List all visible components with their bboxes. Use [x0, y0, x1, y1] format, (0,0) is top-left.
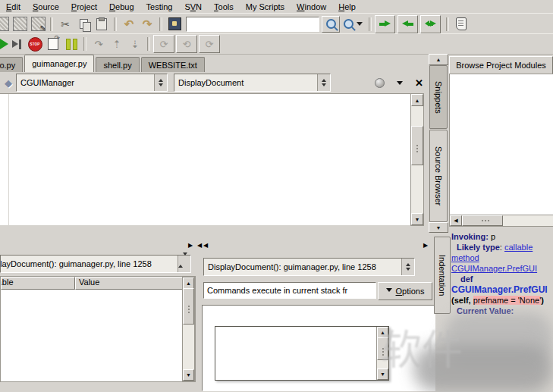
editor-tabbar: io.pyguimanager.pyshell.pyWEBSITE.txt	[0, 53, 425, 72]
commands-field[interactable]: Commands execute in current stack fr	[203, 282, 376, 299]
toolbar-debug: STOP ↷ ⇡ ⇣ ⟳ ⟲ ⟳	[0, 33, 553, 55]
likely-type-label: Likely type	[457, 243, 500, 252]
editor-tab-WEBSITE.txt[interactable]: WEBSITE.txt	[141, 57, 205, 72]
browse-project-modules-button[interactable]: Browse Project Modules	[449, 56, 553, 74]
toolbar-separator	[369, 17, 372, 31]
goto-both-icon[interactable]	[420, 15, 441, 33]
column-value[interactable]: Value	[75, 277, 195, 290]
tab-snippets-label: Snippets	[434, 81, 443, 114]
editor-tab-guimanager.py[interactable]: guimanager.py	[24, 55, 94, 72]
method-link[interactable]: method	[451, 252, 553, 263]
signature-line: (self, prefname = 'None')	[451, 295, 553, 306]
copy-icon[interactable]	[74, 16, 93, 33]
undo-icon[interactable]: ↶	[120, 16, 138, 33]
menu-testing[interactable]: Testing	[140, 2, 179, 12]
scroll-up-icon[interactable]: ▲	[411, 94, 423, 106]
stack-data-table: Variable Value ▲ ▼	[0, 276, 196, 382]
tabs-scroll-right-icon[interactable]: ▶	[423, 242, 428, 249]
code-editor[interactable]	[0, 93, 410, 225]
cut-icon[interactable]: ✂	[56, 16, 74, 33]
run-to-cursor-icon[interactable]	[165, 16, 184, 33]
spinner-icon[interactable]	[401, 259, 414, 275]
editor-menu-icon[interactable]	[397, 81, 403, 88]
panel-scroll-up-icon[interactable]: ▲	[429, 54, 448, 65]
editor-tab-io.py[interactable]: io.py	[0, 57, 23, 72]
toolbar-search-input[interactable]	[186, 17, 319, 32]
probe-frame-combo[interactable]: DisplayDocument(): guimanager.py, line 1…	[203, 258, 415, 276]
likely-type-line: Likely type: callable	[451, 242, 553, 252]
tabs-scroll-right-icon[interactable]: ▶	[188, 242, 193, 249]
menu-source[interactable]: Source	[27, 2, 65, 12]
tab-indentation[interactable]: Indentation	[434, 237, 451, 314]
step-to-cursor-icon[interactable]	[8, 36, 26, 52]
editor-scrollbar[interactable]: ▲ ▼	[410, 93, 424, 226]
close-editor-icon[interactable]: ✕	[415, 77, 423, 89]
menu-edit[interactable]: Edit	[0, 2, 27, 12]
checker-icon[interactable]	[11, 16, 29, 33]
goto-forward-icon[interactable]	[375, 15, 395, 33]
search-icon[interactable]	[322, 16, 340, 33]
restart-doc-icon[interactable]	[44, 36, 62, 52]
menu-debug[interactable]: Debug	[103, 2, 140, 12]
menu-my-scripts[interactable]: My Scripts	[240, 2, 291, 12]
scroll-up-icon[interactable]: ▲	[377, 327, 388, 338]
menu-help[interactable]: Help	[332, 2, 362, 12]
project-modules-tree[interactable]	[449, 74, 553, 216]
scroll-left-icon[interactable]: ◀	[450, 215, 462, 226]
frame-up-icon[interactable]: ⟳	[153, 35, 174, 53]
spinner-icon[interactable]	[154, 74, 167, 91]
scrollbar-thumb[interactable]	[411, 126, 423, 165]
scrollbar-thumb[interactable]	[377, 337, 388, 360]
scroll-down-icon[interactable]: ▼	[411, 213, 423, 225]
stop-icon[interactable]: STOP	[26, 36, 44, 52]
pause-icon[interactable]	[62, 36, 80, 52]
scrollbar-thumb[interactable]	[462, 215, 503, 226]
toolbar-separator	[147, 37, 150, 51]
callable-link[interactable]: callable	[504, 243, 533, 252]
menu-project[interactable]: Project	[65, 2, 103, 12]
spinner-icon[interactable]	[317, 74, 330, 91]
menubar: EditSourceProjectDebugTestingSVNToolsMy …	[0, 0, 553, 13]
checker-edit-icon[interactable]: ✎	[29, 16, 47, 33]
step-over-icon[interactable]: ↷	[90, 36, 108, 52]
tree-hscrollbar[interactable]: ◀	[449, 215, 553, 227]
search-menu-icon[interactable]	[340, 16, 366, 33]
options-label: Options	[396, 287, 425, 296]
panel-scroll-down-icon[interactable]: ▼	[429, 222, 448, 233]
scrollbar-thumb[interactable]	[183, 288, 194, 325]
member-combo[interactable]: DisplayDocument	[174, 74, 331, 92]
editor-tab-shell.py[interactable]: shell.py	[96, 57, 139, 72]
goto-back-icon[interactable]	[397, 15, 418, 33]
current-value-label: Current Value:	[451, 306, 553, 316]
tabs-scroll-left-icon[interactable]: ◀	[197, 242, 202, 249]
stack-frame-combo[interactable]: DisplayDocument(): guimanager.py, line 1…	[0, 255, 191, 273]
menu-tools[interactable]: Tools	[208, 2, 240, 12]
recent-symbol-icon[interactable]	[375, 78, 385, 88]
spinner-icon[interactable]	[178, 256, 190, 272]
scroll-down-icon[interactable]: ▼	[377, 368, 388, 380]
tab-source-browser[interactable]: Source Browser	[429, 130, 448, 222]
step-out-icon[interactable]: ⇡	[108, 36, 126, 52]
popup-scrollbar[interactable]: ▲ ▼	[376, 327, 388, 380]
frame-current-icon[interactable]: ⟳	[199, 35, 220, 53]
frame-down-icon[interactable]: ⟲	[176, 35, 197, 53]
scope-combo[interactable]: CGUIManager	[16, 74, 168, 92]
step-into-icon[interactable]: ⇣	[126, 36, 144, 52]
checker-icon[interactable]	[0, 16, 11, 33]
tabs-scroll-left-icon[interactable]: ◀	[203, 242, 208, 249]
scroll-up-icon[interactable]: ▲	[183, 278, 194, 289]
class-method-link[interactable]: CGUIManager.PrefGUI	[451, 263, 553, 274]
toolbar-main: ✎ ✂ ↶ ↷	[0, 13, 553, 34]
menu-svn[interactable]: SVN	[178, 2, 208, 12]
paste-icon[interactable]	[93, 16, 111, 33]
options-button[interactable]: Options	[378, 282, 432, 300]
redo-icon[interactable]: ↷	[138, 16, 156, 33]
table-vscrollbar[interactable]: ▲ ▼	[182, 277, 195, 381]
tab-snippets[interactable]: Snippets	[429, 65, 448, 129]
toolbar-separator	[446, 17, 449, 31]
scroll-down-icon[interactable]: ▼	[183, 369, 194, 381]
script-icon[interactable]	[452, 16, 470, 33]
column-variable[interactable]: Variable	[1, 277, 75, 290]
tab-source-browser-label: Source Browser	[434, 146, 443, 205]
menu-window[interactable]: Window	[291, 2, 332, 12]
